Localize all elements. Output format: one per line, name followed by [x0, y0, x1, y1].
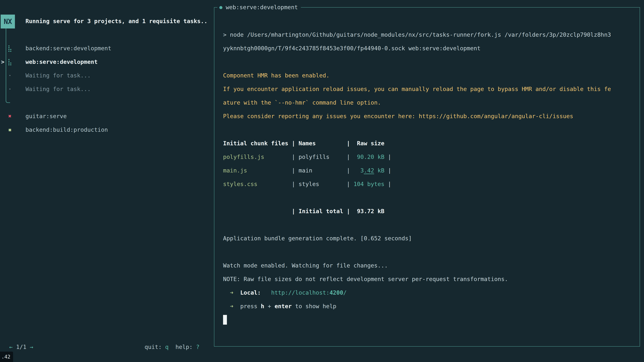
nx-logo: NX	[1, 14, 15, 28]
spinner-icon: ⣧	[7, 41, 13, 55]
pager-position: 1/1	[16, 344, 26, 350]
text-run: Initial chunk files | Names | Raw size	[223, 140, 384, 147]
text-run: Application bundle generation complete. …	[223, 235, 412, 242]
text-run: If you encounter application reload issu…	[223, 86, 611, 92]
text-run	[233, 303, 240, 310]
panel-title-label: web:serve:development	[226, 4, 298, 10]
task-label: web:serve:development	[26, 55, 98, 69]
text-run: help:	[168, 344, 196, 350]
text-run: ature with the `--no-hmr` command line o…	[223, 99, 381, 106]
text-run: | Initial total | 93.72 kB	[223, 208, 384, 215]
task-label: backend:build:production	[26, 123, 108, 137]
terminal-line: main.js | main | 3.42 kB |	[223, 164, 611, 177]
terminal-line	[223, 191, 611, 204]
text-run: Local:	[240, 289, 261, 296]
terminal-line: Initial chunk files | Names | Raw size	[223, 137, 611, 150]
text-run: polyfills	[298, 153, 347, 160]
text-run: > node /Users/mhartington/Github/guitars…	[223, 31, 611, 38]
terminal-line: Component HMR has been enabled.	[223, 69, 611, 82]
terminal-line: ➜ Local: http://localhost:4200/	[223, 286, 611, 300]
task-row-guitar-serve[interactable]: ✖guitar:serve	[0, 109, 128, 123]
task-row-web-serve-development[interactable]: >⣧web:serve:development	[0, 55, 128, 69]
terminal-line	[223, 245, 611, 259]
terminal-line: Application bundle generation complete. …	[223, 232, 611, 245]
help-key: ?	[196, 344, 200, 350]
text-run: .42	[364, 167, 374, 174]
text-run	[233, 289, 240, 296]
task-row-backend-build-production[interactable]: ■backend:build:production	[0, 123, 128, 137]
keyboard-hints: quit: q help: ?	[144, 340, 200, 354]
terminal-line	[223, 123, 611, 137]
text-run: |	[384, 167, 391, 174]
nx-terminal-app: { "colors": { "background": "#16282f", "…	[0, 0, 644, 362]
local-url-slash[interactable]: /	[343, 289, 347, 296]
spinner-icon: ⣧	[7, 55, 13, 69]
text-run: Component HMR has been enabled.	[223, 72, 330, 79]
corner-overlay: .42	[0, 352, 13, 362]
text-run: 3	[360, 167, 364, 174]
local-url[interactable]: http://localhost:	[271, 289, 330, 296]
text-run: press	[240, 303, 261, 310]
text-run	[223, 289, 230, 296]
text-run: h	[261, 303, 264, 310]
terminal-output: > node /Users/mhartington/Github/guitars…	[223, 28, 611, 327]
text-run: styles	[298, 181, 347, 187]
text-run: |	[347, 153, 350, 160]
status-dot-icon: ●	[219, 5, 222, 10]
task-label: guitar:serve	[26, 109, 67, 123]
task-row-waiting-for-task-[interactable]: ·Waiting for task...	[0, 82, 128, 96]
text-run: |	[384, 153, 391, 160]
text-run: styles.css	[223, 181, 292, 187]
text-run: main.js	[223, 167, 292, 174]
text-run: Watch mode enabled. Watching for file ch…	[223, 262, 388, 269]
task-label: Waiting for task...	[26, 69, 91, 82]
terminal-line: | Initial total | 93.72 kB	[223, 204, 611, 218]
text-run: quit:	[144, 344, 165, 350]
text-run: |	[292, 181, 298, 187]
text-run: enter	[274, 303, 292, 310]
terminal-line: polyfills.js | polyfills | 90.20 kB |	[223, 150, 611, 164]
panel-title: ● web:serve:development	[217, 4, 301, 10]
waiting-dot-icon: ·	[7, 69, 13, 82]
terminal-line: If you encounter application reload issu…	[223, 82, 611, 96]
text-run	[223, 303, 230, 310]
text-run: 104 bytes	[350, 181, 384, 187]
terminal-line	[223, 218, 611, 232]
terminal-line: Watch mode enabled. Watching for file ch…	[223, 259, 611, 272]
text-run: |	[347, 167, 350, 174]
terminal-line: ature with the `--no-hmr` command line o…	[223, 96, 611, 109]
terminal-line: yyknnbtgh0000gn/T/9f4c243785f8453e3f00/f…	[223, 41, 611, 55]
terminal-line	[223, 313, 611, 327]
pager-left-arrow-icon[interactable]: ←	[9, 344, 16, 350]
text-run: |	[292, 167, 298, 174]
task-pager: ← 1/1 →	[9, 340, 33, 354]
sidebar-header: Running serve for 3 projects, and 1 requ…	[26, 14, 208, 28]
arrow-icon: ➜	[230, 289, 233, 296]
terminal-line: styles.css | styles | 104 bytes |	[223, 177, 611, 191]
terminal-line: > node /Users/mhartington/Github/guitars…	[223, 28, 611, 41]
success-square-icon: ■	[7, 123, 13, 137]
text-run	[350, 167, 360, 174]
text-run: |	[384, 181, 391, 187]
waiting-dot-icon: ·	[7, 82, 13, 96]
terminal-line	[223, 55, 611, 69]
terminal-line: NOTE: Raw file sizes do not reflect deve…	[223, 272, 611, 286]
task-row-waiting-for-task-[interactable]: ·Waiting for task...	[0, 69, 128, 82]
task-row-backend-serve-development[interactable]: ⣧backend:serve:development	[0, 41, 128, 55]
selected-arrow-icon: >	[1, 55, 4, 69]
text-run: Please consider reporting any issues you…	[223, 113, 573, 119]
pager-right-arrow-icon[interactable]: →	[26, 344, 33, 350]
text-run: NOTE: Raw file sizes do not reflect deve…	[223, 276, 508, 282]
failed-cross-icon: ✖	[7, 109, 13, 123]
text-run: |	[347, 181, 350, 187]
quit-key: q	[165, 344, 168, 350]
arrow-icon: ➜	[230, 303, 233, 310]
text-run: 90.20 kB	[350, 153, 384, 160]
text-run: main	[298, 167, 347, 174]
text-run: kB	[374, 167, 384, 174]
terminal-line: ➜ press h + enter to show help	[223, 300, 611, 313]
text-run: to show help	[292, 303, 336, 310]
text-run: polyfills.js	[223, 153, 292, 160]
task-label: backend:serve:development	[26, 41, 111, 55]
local-url-port[interactable]: 4200	[330, 289, 343, 296]
